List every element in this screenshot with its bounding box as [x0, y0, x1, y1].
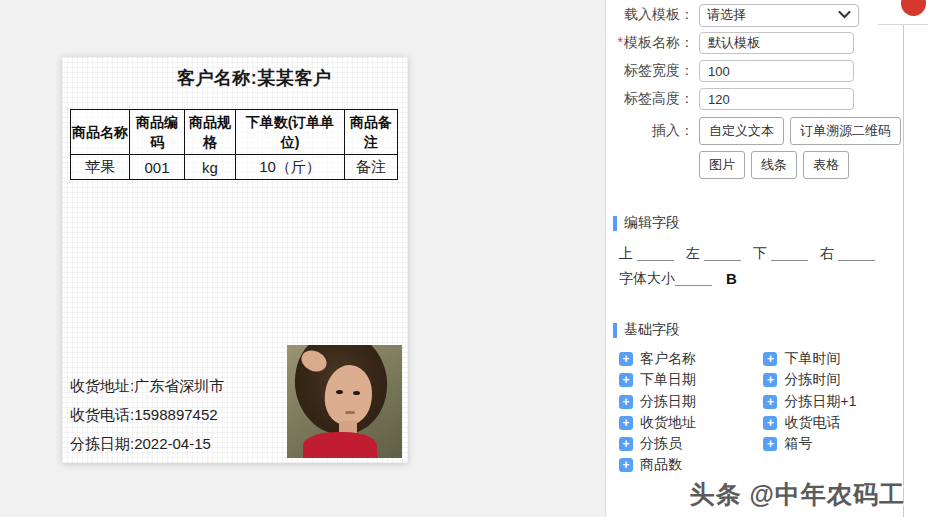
label-template-editor: 客户名称:某某客户 商品名称 商品编码 商品规格 下单数(订单单位) 商品备注 … [0, 0, 928, 517]
font-size-input[interactable] [675, 271, 712, 286]
margin-inputs-row: 上 左 下 右 [606, 245, 903, 262]
label-width-label: 标签宽度： [612, 62, 694, 80]
goods-table[interactable]: 商品名称 商品编码 商品规格 下单数(订单单位) 商品备注 苹果 001 kg … [70, 109, 398, 180]
margin-left-input[interactable] [704, 246, 741, 261]
insert-label: 插入： [612, 122, 694, 140]
plus-icon[interactable]: + [619, 373, 633, 387]
margin-right-input[interactable] [838, 246, 875, 261]
edit-fields-header: 编辑字段 [606, 215, 903, 231]
insert-custom-text-button[interactable]: 自定义文本 [699, 117, 784, 145]
photo-eye [353, 391, 360, 395]
sort-date-text[interactable]: 分拣日期:2022-04-15 [70, 429, 224, 458]
settings-panel: 载入模板： 请选择 *模板名称： 标签宽度： 标签高度： 插入： 自定义文本 订… [605, 0, 904, 517]
data-cell: kg [185, 155, 236, 180]
photo-eye [336, 390, 343, 394]
data-cell: 10（斤） [236, 155, 345, 180]
basic-fields-column-right: +下单时间 +分拣时间 +分拣日期+1 +收货电话 +箱号 [763, 351, 903, 473]
load-template-selected-value: 请选择 [707, 6, 746, 24]
label-height-input[interactable] [699, 88, 854, 110]
template-name-row: *模板名称： [606, 29, 903, 57]
plus-icon[interactable]: + [619, 416, 633, 430]
field-item-goods-count[interactable]: +商品数 [619, 457, 763, 473]
margin-bottom-label: 下 [753, 245, 767, 263]
label-width-input[interactable] [699, 60, 854, 82]
plus-icon[interactable]: + [619, 395, 633, 409]
plus-icon[interactable]: + [763, 395, 777, 409]
load-template-row: 载入模板： 请选择 [606, 1, 903, 29]
header-cell: 商品名称 [71, 110, 130, 155]
basic-fields-header: 基础字段 [606, 322, 903, 338]
portrait-photo[interactable] [287, 345, 402, 458]
header-cell: 商品规格 [185, 110, 236, 155]
template-name-input[interactable] [699, 32, 854, 54]
insert-row-1: 插入： 自定义文本 订单溯源二维码 [606, 117, 903, 145]
plus-icon[interactable]: + [619, 437, 633, 451]
photo-mouth [345, 411, 355, 414]
design-canvas[interactable]: 客户名称:某某客户 商品名称 商品编码 商品规格 下单数(订单单位) 商品备注 … [0, 0, 605, 517]
plus-icon[interactable]: + [763, 373, 777, 387]
bold-button[interactable]: B [726, 270, 737, 287]
margin-right-label: 右 [820, 245, 834, 263]
plus-icon[interactable]: + [763, 416, 777, 430]
data-cell: 备注 [345, 155, 398, 180]
goods-table-header-row: 商品名称 商品编码 商品规格 下单数(订单单位) 商品备注 [71, 110, 398, 155]
photo-red-top [303, 432, 377, 458]
section-bar [613, 216, 617, 231]
edit-fields-title: 编辑字段 [624, 214, 680, 232]
font-size-row: 字体大小 B [606, 270, 903, 287]
customer-name-text[interactable]: 客户名称:某某客户 [62, 66, 408, 90]
label-preview[interactable]: 客户名称:某某客户 商品名称 商品编码 商品规格 下单数(订单单位) 商品备注 … [62, 57, 408, 463]
section-bar [613, 323, 617, 338]
field-item-receive-phone[interactable]: +收货电话 [763, 415, 903, 431]
field-item-sort-time[interactable]: +分拣时间 [763, 372, 903, 388]
field-item-order-date[interactable]: +下单日期 [619, 372, 763, 388]
insert-line-button[interactable]: 线条 [751, 151, 797, 179]
plus-icon[interactable]: + [763, 352, 777, 366]
address-text[interactable]: 收货地址:广东省深圳市 [70, 371, 224, 400]
field-item-sort-date-plus1[interactable]: +分拣日期+1 [763, 394, 903, 410]
plus-icon[interactable]: + [619, 352, 633, 366]
template-name-label: *模板名称： [612, 34, 694, 52]
right-edge-strip [904, 0, 928, 517]
header-cell: 商品备注 [345, 110, 398, 155]
margin-left-label: 左 [686, 245, 700, 263]
data-cell: 苹果 [71, 155, 130, 180]
insert-table-button[interactable]: 表格 [803, 151, 849, 179]
header-cell: 商品编码 [130, 110, 185, 155]
field-item-sorter[interactable]: +分拣员 [619, 436, 763, 452]
label-width-row: 标签宽度： [606, 57, 903, 85]
goods-table-data-row: 苹果 001 kg 10（斤） 备注 [71, 155, 398, 180]
field-item-order-time[interactable]: +下单时间 [763, 351, 903, 367]
phone-text[interactable]: 收货电话:1598897452 [70, 400, 224, 429]
field-item-receive-address[interactable]: +收货地址 [619, 415, 763, 431]
chevron-down-icon [838, 11, 851, 19]
required-asterisk: * [618, 34, 623, 50]
label-height-row: 标签高度： [606, 85, 903, 113]
label-height-label: 标签高度： [612, 90, 694, 108]
font-size-label: 字体大小 [619, 270, 675, 288]
basic-fields-column-left: +客户名称 +下单日期 +分拣日期 +收货地址 +分拣员 +商品数 [619, 351, 763, 473]
margin-top-label: 上 [619, 245, 633, 263]
field-item-customer-name[interactable]: +客户名称 [619, 351, 763, 367]
margin-top-input[interactable] [637, 246, 674, 261]
load-template-label: 载入模板： [612, 6, 694, 24]
data-cell: 001 [130, 155, 185, 180]
load-template-select[interactable]: 请选择 [699, 4, 859, 27]
basic-fields-list: +客户名称 +下单日期 +分拣日期 +收货地址 +分拣员 +商品数 +下单时间 … [606, 351, 903, 473]
label-footer: 收货地址:广东省深圳市 收货电话:1598897452 分拣日期:2022-04… [70, 371, 224, 458]
field-item-box-number[interactable]: +箱号 [763, 436, 903, 452]
basic-fields-title: 基础字段 [624, 321, 680, 339]
insert-row-2: 图片 线条 表格 [606, 151, 903, 179]
field-item-sort-date[interactable]: +分拣日期 [619, 394, 763, 410]
insert-image-button[interactable]: 图片 [699, 151, 745, 179]
plus-icon[interactable]: + [763, 437, 777, 451]
insert-trace-qrcode-button[interactable]: 订单溯源二维码 [790, 117, 901, 145]
watermark-text: 头条 @中年农码工 [690, 478, 905, 511]
margin-bottom-input[interactable] [771, 246, 808, 261]
header-cell: 下单数(订单单位) [236, 110, 345, 155]
plus-icon[interactable]: + [619, 458, 633, 472]
